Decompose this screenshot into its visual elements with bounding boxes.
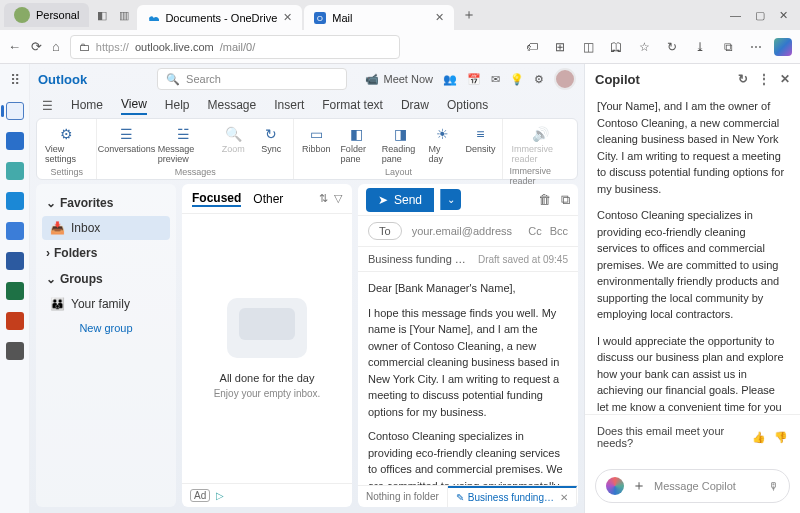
teams-icon[interactable]: 👥 — [443, 73, 457, 86]
tips-icon[interactable]: 💡 — [510, 73, 524, 86]
address-bar[interactable]: 🗀 https://outlook.live.com/mail/0/ — [70, 35, 400, 59]
tab-draw[interactable]: Draw — [401, 98, 429, 114]
rail-calendar-icon[interactable] — [6, 132, 24, 150]
compose-tabs: Nothing in folder ✎Business funding…✕ — [358, 485, 578, 507]
to-button[interactable]: To — [368, 222, 402, 240]
group-family[interactable]: 👪Your family — [42, 292, 170, 316]
tab-label: Mail — [332, 12, 352, 24]
workspaces-icon[interactable]: ◧ — [91, 9, 113, 22]
tab-options[interactable]: Options — [447, 98, 488, 114]
more-icon[interactable]: ⋮ — [758, 72, 770, 86]
browser-tab-mail[interactable]: O Mail ✕ — [304, 5, 454, 30]
close-icon[interactable]: ✕ — [560, 492, 568, 503]
calendar-icon[interactable]: 📅 — [467, 73, 481, 86]
rail-word-icon[interactable] — [6, 252, 24, 270]
downloads-icon[interactable]: ⤓ — [690, 37, 710, 57]
folder-pane-button[interactable]: ◧Folder pane — [338, 123, 373, 166]
notifications-icon[interactable]: ✉ — [491, 73, 500, 86]
read-icon[interactable]: 🕮 — [606, 37, 626, 57]
tab-help[interactable]: Help — [165, 98, 190, 114]
plus-icon[interactable]: ＋ — [632, 477, 646, 495]
tab-focused[interactable]: Focused — [192, 191, 241, 207]
ad-choices-icon[interactable]: ▷ — [216, 490, 224, 501]
home-button[interactable]: ⌂ — [52, 39, 60, 54]
rail-files-icon[interactable] — [6, 192, 24, 210]
more-icon[interactable]: ⋯ — [746, 37, 766, 57]
refresh-icon[interactable]: ↻ — [738, 72, 748, 86]
rail-excel-icon[interactable] — [6, 282, 24, 300]
close-icon[interactable]: ✕ — [435, 11, 444, 24]
to-field[interactable]: your.email@address — [412, 225, 519, 237]
user-avatar[interactable] — [554, 68, 576, 90]
to-row: To your.email@address CcBcc — [358, 216, 578, 247]
refresh-button[interactable]: ⟳ — [31, 39, 42, 54]
close-icon[interactable]: ✕ — [780, 72, 790, 86]
favorites-header[interactable]: ⌄Favorites — [42, 190, 170, 216]
rail-mail-icon[interactable] — [6, 102, 24, 120]
sync-button[interactable]: ↻Sync — [255, 123, 287, 166]
message-preview-button[interactable]: ☱Message preview — [156, 123, 212, 166]
back-button[interactable]: ← — [8, 39, 21, 54]
copilot-input[interactable]: ＋ Message Copilot 🎙 — [595, 469, 790, 503]
rail-people-icon[interactable] — [6, 162, 24, 180]
minimize-icon[interactable]: — — [730, 9, 741, 22]
tab-home[interactable]: Home — [71, 98, 103, 114]
tab-formattext[interactable]: Format text — [322, 98, 383, 114]
ribbon-button[interactable]: ▭Ribbon — [300, 123, 332, 166]
folder-inbox[interactable]: 📥Inbox — [42, 216, 170, 240]
close-icon[interactable]: ✕ — [283, 11, 292, 24]
ad-row[interactable]: Ad ▷ — [182, 483, 352, 507]
copilot-input-area: ＋ Message Copilot 🎙 — [585, 459, 800, 513]
tab-actions-icon[interactable]: ▥ — [115, 9, 133, 22]
shopping-icon[interactable]: 🏷 — [522, 37, 542, 57]
sort-icon[interactable]: ▽ — [334, 192, 342, 205]
settings-icon[interactable]: ⚙ — [534, 73, 544, 86]
delete-icon[interactable]: 🗑 — [538, 192, 551, 208]
profile-tab[interactable]: Personal — [4, 3, 89, 27]
density-button[interactable]: ≡Density — [464, 123, 496, 166]
new-group-link[interactable]: New group — [42, 316, 170, 340]
folders-header[interactable]: ›Folders — [42, 240, 170, 266]
zoom-button: 🔍Zoom — [217, 123, 249, 166]
compose-tab-draft[interactable]: ✎Business funding…✕ — [448, 486, 577, 507]
meet-now-button[interactable]: 📹Meet Now — [365, 73, 433, 86]
view-settings-button[interactable]: ⚙View settings — [43, 123, 90, 166]
history-icon[interactable]: ↻ — [662, 37, 682, 57]
rail-powerpoint-icon[interactable] — [6, 312, 24, 330]
maximize-icon[interactable]: ▢ — [755, 9, 765, 22]
subject-field[interactable]: Business funding meeting req… — [368, 253, 470, 265]
filter-icon[interactable]: ⇅ — [319, 192, 328, 205]
copilot-icon[interactable] — [774, 38, 792, 56]
tab-insert[interactable]: Insert — [274, 98, 304, 114]
reading-pane-button[interactable]: ◨Reading pane — [380, 123, 421, 166]
conversations-button[interactable]: ☰Conversations — [103, 123, 149, 166]
thumbs-down-icon[interactable]: 👎 — [774, 431, 788, 444]
close-icon[interactable]: ✕ — [779, 9, 788, 22]
tab-message[interactable]: Message — [208, 98, 257, 114]
my-day-button[interactable]: ☀My day — [426, 123, 458, 166]
app-launcher-icon[interactable]: ⠿ — [6, 72, 24, 90]
hamburger-icon[interactable]: ☰ — [42, 99, 53, 113]
send-button[interactable]: ➤Send — [366, 188, 434, 212]
compose-body[interactable]: Dear [Bank Manager's Name], I hope this … — [358, 272, 578, 485]
search-input[interactable]: 🔍 Search — [157, 68, 347, 90]
groups-header[interactable]: ⌄Groups — [42, 266, 170, 292]
favorites-icon[interactable]: ☆ — [634, 37, 654, 57]
site-info-icon[interactable]: 🗀 — [79, 41, 90, 53]
cc-button[interactable]: Cc — [528, 225, 541, 237]
microphone-icon[interactable]: 🎙 — [768, 480, 779, 492]
split-icon[interactable]: ◫ — [578, 37, 598, 57]
tab-view[interactable]: View — [121, 97, 147, 115]
send-dropdown[interactable]: ⌄ — [440, 189, 461, 210]
rail-more-icon[interactable] — [6, 342, 24, 360]
bcc-button[interactable]: Bcc — [550, 225, 568, 237]
thumbs-up-icon[interactable]: 👍 — [752, 431, 766, 444]
tab-other[interactable]: Other — [253, 192, 283, 206]
extensions-icon[interactable]: ⊞ — [550, 37, 570, 57]
browser-tab-onedrive[interactable]: Documents - OneDrive ✕ — [137, 5, 302, 30]
popout-icon[interactable]: ⧉ — [561, 192, 570, 208]
new-tab-button[interactable]: ＋ — [456, 0, 482, 30]
compose-tab-empty[interactable]: Nothing in folder — [358, 486, 448, 507]
rail-todo-icon[interactable] — [6, 222, 24, 240]
collections-icon[interactable]: ⧉ — [718, 37, 738, 57]
